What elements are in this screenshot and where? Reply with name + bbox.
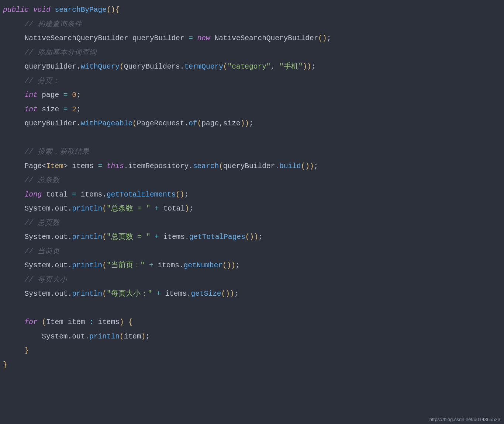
type: Item bbox=[46, 162, 63, 170]
comment: // 当前页 bbox=[25, 247, 60, 256]
keyword-public: public bbox=[3, 6, 29, 14]
string: "手机" bbox=[279, 63, 303, 71]
keyword-void: void bbox=[33, 6, 51, 14]
code-block: public void searchByPage(){ // 构建查询条件 Na… bbox=[0, 0, 504, 375]
keyword-this: this bbox=[107, 162, 124, 170]
identifier: NativeSearchQueryBuilder bbox=[25, 34, 128, 42]
keyword-for: for bbox=[25, 318, 38, 326]
string: "category" bbox=[228, 63, 271, 71]
keyword-int: int bbox=[25, 91, 38, 99]
method-call: withQuery bbox=[81, 63, 120, 71]
keyword-new: new bbox=[197, 34, 210, 42]
comment: // 分页： bbox=[25, 77, 60, 85]
keyword-int: int bbox=[25, 105, 38, 114]
comment: // 构建查询条件 bbox=[25, 20, 82, 28]
comment: // 添加基本分词查询 bbox=[25, 49, 97, 57]
comment: // 总页数 bbox=[25, 219, 60, 227]
comment: // 搜索，获取结果 bbox=[25, 148, 89, 156]
comment: // 每页大小 bbox=[25, 276, 67, 284]
number: 0 bbox=[72, 91, 76, 99]
number: 2 bbox=[72, 105, 76, 114]
keyword-long: long bbox=[25, 191, 42, 199]
comment: // 总条数 bbox=[25, 176, 60, 184]
watermark: https://blog.csdn.net/u014365523 bbox=[429, 417, 500, 422]
method-name: searchByPage bbox=[55, 6, 106, 14]
